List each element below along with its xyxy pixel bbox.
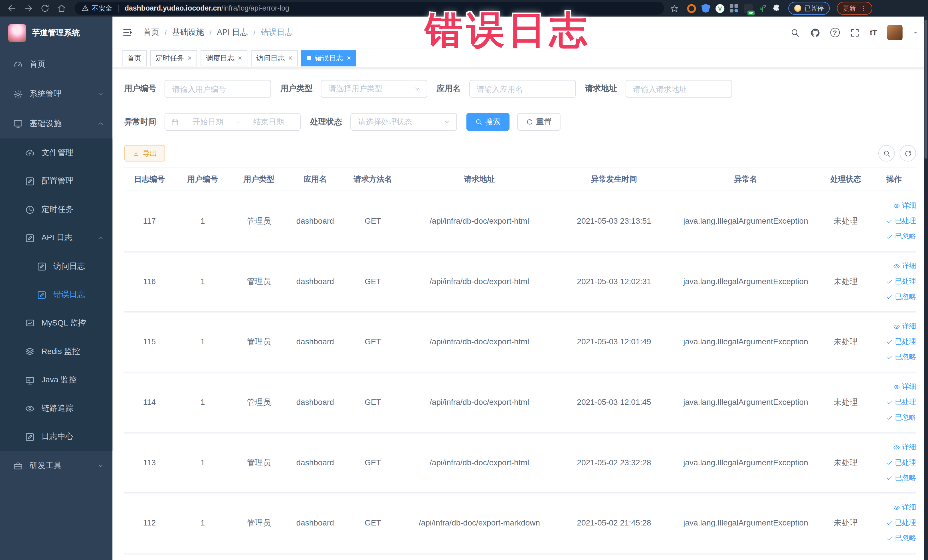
action-ignored[interactable]: 已忽略 [886, 412, 916, 423]
sidebar-item-api-log[interactable]: API 日志 [0, 224, 112, 252]
breadcrumb-api-log[interactable]: API 日志 [217, 27, 248, 38]
date-range-picker[interactable]: 开始日期 - 结束日期 [165, 113, 301, 131]
reload-icon[interactable] [40, 3, 50, 13]
screen: 不安全 dashboard.yudao.iocoder.cn/infra/log… [0, 0, 928, 560]
cell-user-type: 管理员 [231, 216, 287, 226]
refresh-icon [904, 150, 912, 157]
forward-icon[interactable] [24, 3, 33, 13]
breadcrumb-home[interactable]: 首页 [143, 27, 159, 38]
extensions-puzzle-icon[interactable] [772, 4, 781, 12]
user-id-input[interactable] [165, 80, 271, 98]
sidebar-item-scheduled-jobs[interactable]: 定时任务 [0, 195, 112, 224]
app-logo[interactable]: 芋道管理系统 [0, 17, 112, 50]
extension-orange-icon[interactable] [687, 4, 696, 12]
process-status-select[interactable]: 请选择处理状态 [350, 113, 457, 131]
tab-scheduled-jobs[interactable]: 定时任务 × [150, 50, 197, 66]
action-ignored[interactable]: 已忽略 [886, 533, 916, 543]
action-processed[interactable]: 已处理 [886, 216, 916, 226]
home-icon[interactable] [57, 3, 66, 13]
tab-access-log[interactable]: 访问日志 × [251, 50, 298, 66]
reset-button[interactable]: 重置 [517, 113, 560, 131]
sidebar-item-config-manage[interactable]: 配置管理 [0, 167, 112, 195]
action-processed[interactable]: 已处理 [886, 397, 916, 407]
search-icon[interactable] [790, 27, 800, 37]
hamburger-icon[interactable] [122, 27, 132, 38]
sidebar-item-log-center[interactable]: 日志中心 [0, 423, 112, 451]
export-button[interactable]: 导出 [124, 145, 165, 162]
sidebar-item-redis-monitor[interactable]: Redis 监控 [0, 337, 112, 366]
sidebar-item-home[interactable]: 首页 [0, 50, 112, 79]
sidebar-item-error-log[interactable]: 错误日志 [0, 281, 112, 309]
breadcrumb-infra[interactable]: 基础设施 [172, 27, 204, 38]
extension-vue-devtools-icon[interactable]: V [716, 4, 724, 12]
action-ignored[interactable]: 已忽略 [886, 473, 916, 483]
github-icon[interactable] [810, 27, 820, 37]
profile-paused-badge[interactable]: 已暂停 [788, 2, 830, 15]
sidebar-item-label: 错误日志 [53, 289, 85, 300]
font-size-icon[interactable]: tT [870, 28, 877, 37]
app-name-input[interactable] [469, 80, 575, 98]
breadcrumb-separator: / [209, 28, 212, 37]
cell-status: 未处理 [820, 397, 872, 407]
sidebar-item-label: Java 监控 [41, 375, 76, 385]
search-icon [475, 118, 482, 125]
action-ignored[interactable]: 已忽略 [886, 352, 916, 362]
action-processed[interactable]: 已处理 [886, 337, 916, 346]
scrollbar-track[interactable] [924, 17, 928, 560]
search-button[interactable]: 搜索 [466, 113, 510, 131]
filter-user-type: 用户类型 请选择用户类型 [281, 80, 427, 98]
request-url-input[interactable] [625, 80, 732, 98]
caret-down-icon[interactable] [913, 30, 919, 36]
close-icon[interactable]: × [188, 55, 192, 62]
close-icon[interactable]: × [347, 55, 351, 62]
close-icon[interactable]: × [238, 55, 242, 62]
security-label[interactable]: 不安全 [92, 4, 112, 12]
bookmark-star-icon[interactable] [670, 4, 679, 12]
url-text[interactable]: dashboard.yudao.iocoder.cn/infra/log/api… [125, 4, 289, 12]
action-processed[interactable]: 已处理 [886, 276, 916, 287]
sidebar-item-file-manage[interactable]: 文件管理 [0, 138, 112, 167]
action-processed[interactable]: 已处理 [886, 518, 916, 528]
extension-leaf-icon[interactable] [758, 4, 767, 12]
back-icon[interactable] [7, 3, 17, 13]
sidebar-item-dev-tools[interactable]: 研发工具 [0, 451, 112, 481]
extension-shield-icon[interactable] [701, 4, 710, 12]
sidebar-item-system[interactable]: 系统管理 [0, 79, 112, 109]
browser-update-button[interactable]: 更新 ⋮ [837, 2, 872, 15]
fullscreen-icon[interactable] [850, 27, 860, 37]
refresh-table-button[interactable] [899, 145, 916, 162]
action-detail[interactable]: 详细 [893, 502, 916, 512]
sidebar-item-infra[interactable]: 基础设施 [0, 109, 112, 139]
avatar[interactable] [887, 25, 903, 40]
tab-error-log[interactable]: 错误日志 × [301, 50, 356, 66]
extension-switch-icon[interactable]: on [744, 4, 753, 12]
cell-method: GET [343, 398, 402, 406]
action-detail[interactable]: 详细 [893, 201, 916, 211]
sidebar-item-access-log[interactable]: 访问日志 [0, 252, 112, 281]
browser-menu-icon[interactable]: ⋮ [860, 5, 866, 12]
action-detail[interactable]: 详细 [893, 442, 916, 452]
action-processed[interactable]: 已处理 [886, 458, 916, 468]
action-detail[interactable]: 详细 [893, 261, 916, 271]
help-icon[interactable]: ? [830, 28, 839, 37]
user-type-select[interactable]: 请选择用户类型 [321, 80, 427, 98]
toggle-search-button[interactable] [878, 145, 895, 162]
tab-schedule-log[interactable]: 调度日志 × [200, 50, 247, 66]
cell-user-id: 1 [175, 518, 231, 527]
date-separator: - [237, 117, 240, 127]
action-detail[interactable]: 详细 [893, 322, 916, 331]
sidebar-item-label: 链路追踪 [41, 403, 73, 414]
scrollbar-thumb[interactable] [925, 20, 927, 159]
download-icon [133, 150, 140, 157]
cell-status: 未处理 [820, 457, 872, 468]
action-ignored[interactable]: 已忽略 [886, 292, 916, 302]
sidebar-item-mysql-monitor[interactable]: MySQL 监控 [0, 309, 112, 337]
close-icon[interactable]: × [288, 55, 292, 62]
sidebar-item-trace[interactable]: 链路追踪 [0, 394, 112, 423]
sidebar-item-java-monitor[interactable]: Java 监控 [0, 366, 112, 394]
action-ignored[interactable]: 已忽略 [886, 231, 916, 241]
action-detail[interactable]: 详细 [893, 382, 916, 392]
extension-grid-icon[interactable] [730, 4, 739, 12]
tab-home[interactable]: 首页 [122, 50, 147, 66]
cell-app-name: dashboard [287, 337, 343, 346]
